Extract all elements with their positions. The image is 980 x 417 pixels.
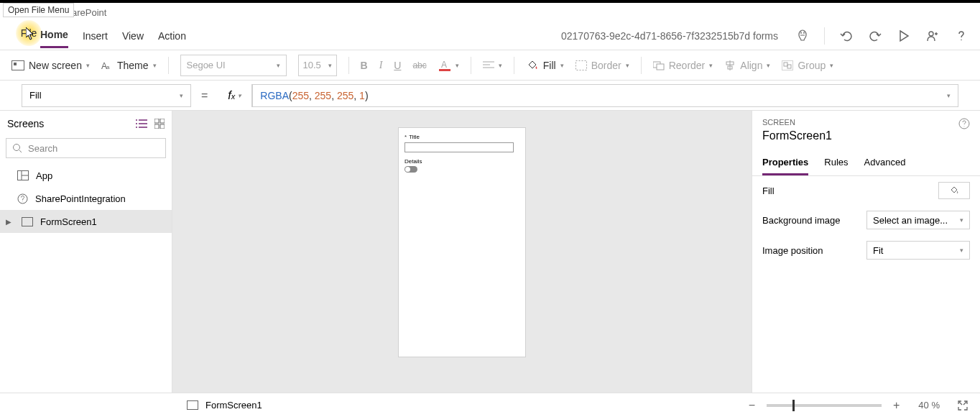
new-screen-button[interactable]: New screen ▾	[11, 60, 90, 71]
main-area: Screens Search App SharePointIntegration…	[0, 111, 980, 393]
tree-view-header: Screens	[0, 111, 172, 137]
border-button[interactable]: Border ▾	[575, 60, 629, 71]
font-family-select[interactable]: Segoe UI ▾	[180, 55, 287, 76]
svg-rect-26	[160, 119, 165, 123]
font-color-icon: A	[438, 59, 451, 72]
tab-rules[interactable]: Rules	[824, 151, 848, 175]
fill-label: Fill	[543, 60, 556, 71]
bold-button[interactable]: B	[361, 60, 368, 71]
text-align-button[interactable]: ▾	[483, 60, 502, 70]
tree-search-input[interactable]: Search	[6, 138, 166, 158]
tree-item-formscreen1[interactable]: FormScreen1	[0, 210, 172, 233]
tree-item-sharepoint[interactable]: SharePointIntegration	[0, 187, 172, 210]
zoom-out-button[interactable]: −	[744, 399, 759, 412]
reorder-label: Reorder	[669, 60, 706, 71]
formula-text: RGBA(255, 255, 255, 1)	[260, 90, 368, 101]
share-icon[interactable]	[925, 29, 940, 43]
play-icon[interactable]	[897, 29, 911, 43]
font-color-button[interactable]: A ▾	[438, 59, 459, 72]
help-icon[interactable]	[954, 29, 969, 43]
file-menu-hover-area: Open File Menu File	[3, 3, 74, 46]
theme-button[interactable]: Aa Theme ▾	[101, 60, 157, 71]
help-circle-icon[interactable]	[958, 118, 970, 129]
element-type: SCREEN	[762, 118, 832, 127]
svg-point-29	[14, 145, 20, 151]
svg-rect-35	[22, 217, 33, 226]
tab-properties[interactable]: Properties	[762, 151, 808, 175]
chevron-down-icon: ▾	[238, 92, 241, 99]
svg-point-24	[136, 127, 137, 128]
form-screen-preview[interactable]: * Title Details	[399, 128, 525, 357]
group-icon	[782, 60, 793, 70]
status-bar: FormScreen1 − + 40 %	[0, 393, 980, 417]
zoom-in-button[interactable]: +	[889, 399, 904, 412]
question-circle-icon	[17, 193, 28, 204]
property-selector[interactable]: Fill ▾	[22, 84, 191, 107]
fill-color-picker[interactable]	[938, 182, 970, 199]
underline-button[interactable]: U	[394, 60, 401, 71]
app-checker-icon[interactable]	[795, 29, 810, 43]
svg-point-0	[929, 32, 933, 36]
fx-button[interactable]: fx ▾	[218, 84, 252, 107]
svg-rect-27	[154, 124, 159, 129]
file-menu-tooltip: Open File Menu	[3, 3, 74, 17]
details-toggle[interactable]	[405, 166, 417, 173]
svg-rect-6	[439, 69, 450, 71]
list-view-icon[interactable]	[136, 119, 147, 129]
paint-icon	[949, 185, 959, 196]
field-label: Details	[405, 158, 519, 165]
svg-rect-2	[14, 63, 17, 65]
svg-rect-12	[657, 64, 664, 70]
tree-item-label: SharePointIntegration	[35, 193, 126, 204]
zoom-slider[interactable]	[767, 404, 882, 407]
search-icon	[12, 143, 22, 153]
screen-icon	[22, 217, 33, 226]
svg-rect-17	[784, 63, 787, 66]
title-input[interactable]	[405, 142, 514, 152]
chevron-down-icon: ▾	[86, 62, 90, 69]
group-button[interactable]: Group ▾	[782, 60, 833, 71]
toolbar: New screen ▾ Aa Theme ▾ Segoe UI ▾ 10.5 …	[0, 50, 980, 81]
expand-toggle[interactable]: ▶	[6, 218, 11, 226]
required-asterisk: *	[405, 134, 407, 140]
tree-item-app[interactable]: App	[0, 164, 172, 187]
align-objects-button[interactable]: Align ▾	[724, 60, 770, 71]
svg-text:A: A	[441, 60, 447, 70]
fullscreen-icon[interactable]	[957, 400, 969, 411]
chevron-down-icon: ▾	[153, 62, 157, 69]
undo-icon[interactable]	[839, 29, 854, 43]
redo-icon[interactable]	[868, 29, 882, 43]
bg-image-select[interactable]: Select an image... ▾	[866, 211, 970, 229]
zoom-thumb[interactable]	[792, 400, 795, 411]
element-name: FormScreen1	[762, 129, 832, 142]
separator	[824, 27, 825, 45]
fill-color-button[interactable]: Fill ▾	[526, 59, 564, 72]
new-screen-icon	[11, 60, 24, 70]
italic-button[interactable]: I	[379, 60, 383, 71]
file-menu-highlight[interactable]: File	[16, 20, 42, 46]
chevron-down-icon: ▾	[499, 62, 502, 69]
tab-view[interactable]: View	[122, 24, 144, 47]
font-size-select[interactable]: 10.5 ▾	[298, 55, 337, 76]
formula-input[interactable]: RGBA(255, 255, 255, 1) ▾	[252, 84, 958, 107]
strikethrough-button[interactable]: abc	[412, 60, 426, 70]
bg-image-value: Select an image...	[873, 215, 948, 226]
chevron-down-icon: ▾	[767, 62, 770, 69]
border-label: Border	[591, 60, 621, 71]
reorder-button[interactable]: Reorder ▾	[653, 60, 713, 71]
chevron-down-icon[interactable]: ▾	[947, 92, 951, 99]
tab-insert[interactable]: Insert	[83, 24, 108, 47]
prop-image-position: Image position Fit ▾	[752, 235, 980, 265]
prop-bg-image: Background image Select an image... ▾	[752, 205, 980, 235]
status-screen-name: FormScreen1	[205, 400, 262, 411]
chevron-down-icon: ▾	[560, 62, 564, 69]
grid-view-icon[interactable]	[154, 119, 165, 129]
svg-point-22	[136, 119, 137, 121]
theme-label: Theme	[117, 60, 149, 71]
tab-action[interactable]: Action	[158, 24, 186, 47]
svg-line-30	[19, 150, 22, 152]
chevron-down-icon: ▾	[328, 62, 332, 69]
canvas[interactable]: * Title Details	[172, 111, 752, 393]
tab-advanced[interactable]: Advanced	[864, 151, 906, 175]
image-position-select[interactable]: Fit ▾	[866, 241, 970, 260]
